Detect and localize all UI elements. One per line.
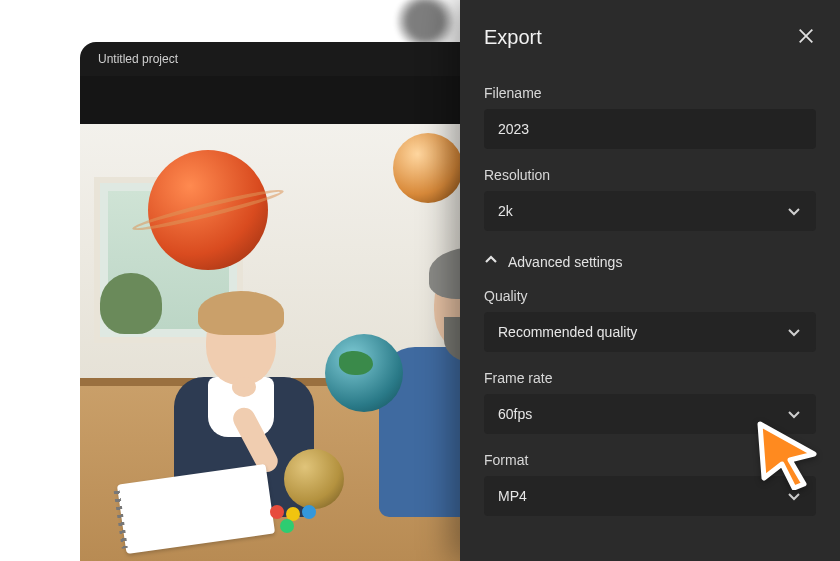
chevron-down-icon — [786, 488, 802, 504]
framerate-select[interactable]: 60fps — [484, 394, 816, 434]
filename-value: 2023 — [498, 121, 529, 137]
quality-label: Quality — [484, 288, 816, 304]
filename-input[interactable]: 2023 — [484, 109, 816, 149]
close-icon — [797, 27, 815, 49]
framerate-label: Frame rate — [484, 370, 816, 386]
chevron-down-icon — [786, 203, 802, 219]
resolution-label: Resolution — [484, 167, 816, 183]
resolution-select[interactable]: 2k — [484, 191, 816, 231]
close-button[interactable] — [796, 28, 816, 48]
advanced-settings-toggle[interactable]: Advanced settings — [484, 253, 816, 270]
framerate-value: 60fps — [498, 406, 532, 422]
chevron-up-icon — [484, 253, 498, 270]
panel-title: Export — [484, 26, 542, 49]
format-select[interactable]: MP4 — [484, 476, 816, 516]
chevron-down-icon — [786, 324, 802, 340]
filename-label: Filename — [484, 85, 816, 101]
quality-value: Recommended quality — [498, 324, 637, 340]
export-panel: Export Filename 2023 Resolution 2k Advan… — [460, 0, 840, 561]
resolution-value: 2k — [498, 203, 513, 219]
format-value: MP4 — [498, 488, 527, 504]
project-title: Untitled project — [98, 52, 178, 66]
format-label: Format — [484, 452, 816, 468]
decorative-blob — [390, 0, 460, 46]
chevron-down-icon — [786, 406, 802, 422]
advanced-settings-label: Advanced settings — [508, 254, 622, 270]
quality-select[interactable]: Recommended quality — [484, 312, 816, 352]
